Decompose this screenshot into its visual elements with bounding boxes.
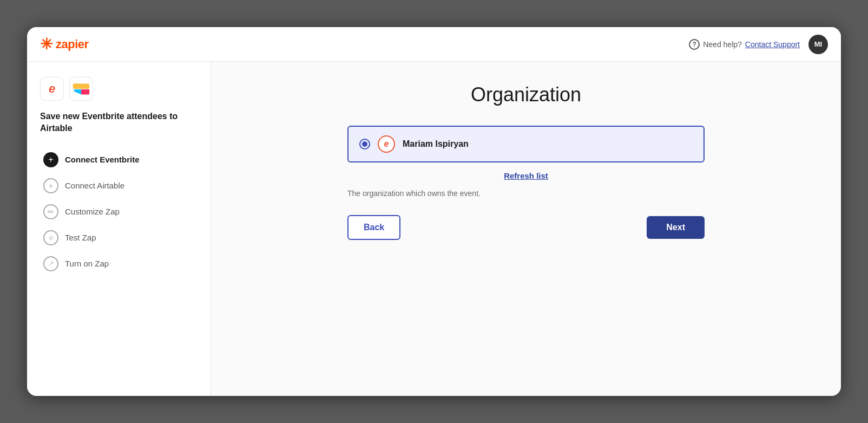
page-title: Organization bbox=[471, 83, 581, 106]
svg-rect-4 bbox=[81, 89, 89, 94]
org-option-mariam[interactable]: e Mariam Ispiryan bbox=[347, 126, 705, 162]
step-icon-test-zap: ◎ bbox=[43, 230, 58, 245]
main-content: e Save new Eventbrite attendees to Airta… bbox=[27, 62, 841, 396]
step-connect-airtable[interactable]: + Connect Airtable bbox=[40, 174, 198, 198]
radio-button[interactable] bbox=[359, 139, 370, 149]
step-connect-eventbrite[interactable]: + Connect Eventbrite bbox=[40, 148, 198, 172]
next-button[interactable]: Next bbox=[647, 216, 705, 239]
step-label-turn-on-zap: Turn on Zap bbox=[65, 259, 109, 268]
zapier-asterisk: ✳ bbox=[40, 37, 52, 52]
step-icon-connect-airtable: + bbox=[43, 178, 58, 193]
device-frame: ✳ zapier ? Need help? Contact Support MI… bbox=[27, 27, 841, 396]
sidebar-title: Save new Eventbrite attendees to Airtabl… bbox=[40, 110, 198, 135]
header-right: ? Need help? Contact Support MI bbox=[689, 35, 828, 54]
button-row: Back Next bbox=[347, 215, 705, 240]
step-icon-connect-eventbrite: + bbox=[43, 152, 58, 167]
back-button[interactable]: Back bbox=[347, 215, 400, 240]
org-description: The organization which owns the event. bbox=[347, 189, 705, 198]
step-turn-on-zap[interactable]: ↗ Turn on Zap bbox=[40, 252, 198, 276]
content-area: Organization e Mariam Ispiryan Refresh l… bbox=[211, 62, 841, 396]
step-label-connect-eventbrite: Connect Eventbrite bbox=[65, 155, 140, 164]
step-label-customize-zap: Customize Zap bbox=[65, 207, 120, 216]
step-customize-zap[interactable]: ✏ Customize Zap bbox=[40, 200, 198, 224]
step-label-connect-airtable: Connect Airtable bbox=[65, 181, 124, 190]
header: ✳ zapier ? Need help? Contact Support MI bbox=[27, 27, 841, 62]
step-icon-customize-zap: ✏ bbox=[43, 204, 58, 219]
user-avatar[interactable]: MI bbox=[808, 35, 828, 54]
refresh-list-link[interactable]: Refresh list bbox=[504, 171, 548, 180]
step-icon-turn-on-zap: ↗ bbox=[43, 256, 58, 271]
help-label: Need help? bbox=[703, 40, 742, 49]
org-selection: e Mariam Ispiryan Refresh list The organ… bbox=[347, 126, 705, 240]
org-eventbrite-icon: e bbox=[378, 135, 395, 153]
contact-support-link[interactable]: Contact Support bbox=[745, 40, 800, 49]
zapier-logo: ✳ zapier bbox=[40, 37, 89, 52]
airtable-app-icon bbox=[69, 77, 93, 101]
org-name: Mariam Ispiryan bbox=[403, 139, 469, 149]
radio-inner bbox=[362, 141, 367, 147]
help-text: ? Need help? Contact Support bbox=[689, 39, 800, 50]
svg-marker-2 bbox=[74, 89, 81, 94]
help-icon: ? bbox=[689, 39, 700, 50]
step-label-test-zap: Test Zap bbox=[65, 233, 96, 242]
app-icons: e bbox=[40, 77, 198, 101]
zapier-logo-text: zapier bbox=[56, 37, 89, 51]
step-test-zap[interactable]: ◎ Test Zap bbox=[40, 226, 198, 250]
eventbrite-app-icon: e bbox=[40, 77, 64, 101]
svg-rect-1 bbox=[73, 84, 80, 89]
sidebar-steps: + Connect Eventbrite + Connect Airtable … bbox=[40, 148, 198, 276]
sidebar: e Save new Eventbrite attendees to Airta… bbox=[27, 62, 211, 396]
